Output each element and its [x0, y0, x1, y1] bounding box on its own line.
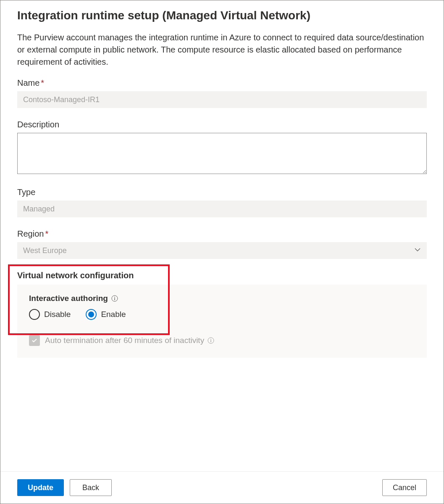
region-value: West Europe	[23, 246, 67, 255]
vnet-panel: Interactive authoring Disable Enable	[17, 285, 427, 358]
auto-termination-text: Auto termination after 60 minutes of ina…	[45, 336, 204, 345]
region-label-text: Region	[17, 229, 44, 238]
interactive-authoring-radios: Disable Enable	[29, 309, 415, 320]
name-label: Name*	[17, 78, 427, 88]
required-asterisk: *	[41, 78, 44, 87]
region-select[interactable]: West Europe	[17, 242, 427, 259]
radio-dot-icon	[88, 311, 94, 317]
vnet-section: Virtual network configuration Interactiv…	[17, 271, 427, 358]
cancel-button[interactable]: Cancel	[382, 479, 427, 496]
description-textarea[interactable]	[17, 133, 427, 174]
checkbox-checked-disabled-icon	[29, 335, 40, 346]
required-asterisk: *	[45, 229, 48, 238]
radio-circle-selected-icon	[86, 309, 97, 320]
info-icon[interactable]	[208, 337, 214, 344]
interactive-authoring-label: Interactive authoring	[29, 294, 108, 303]
radio-circle-icon	[29, 309, 40, 320]
svg-rect-5	[210, 340, 211, 342]
type-input	[17, 201, 427, 217]
back-button[interactable]: Back	[70, 479, 112, 496]
radio-disable[interactable]: Disable	[29, 309, 71, 320]
name-label-text: Name	[17, 78, 39, 87]
svg-point-4	[210, 339, 211, 340]
description-label: Description	[17, 120, 427, 129]
update-button[interactable]: Update	[17, 479, 64, 496]
radio-enable[interactable]: Enable	[86, 309, 126, 320]
footer: Update Back Cancel	[0, 471, 444, 504]
radio-enable-label: Enable	[101, 310, 126, 319]
info-icon[interactable]	[111, 295, 118, 302]
intro-text: The Purview account manages the integrat…	[17, 32, 427, 68]
region-field-group: Region* West Europe	[17, 229, 427, 259]
type-label: Type	[17, 187, 427, 197]
svg-point-1	[114, 297, 115, 298]
region-label: Region*	[17, 229, 427, 239]
type-field-group: Type	[17, 187, 427, 217]
auto-termination-row: Auto termination after 60 minutes of ina…	[29, 335, 415, 346]
interactive-authoring-title: Interactive authoring	[29, 294, 415, 303]
name-field-group: Name*	[17, 78, 427, 108]
vnet-section-title: Virtual network configuration	[17, 271, 427, 280]
chevron-down-icon	[414, 246, 421, 255]
description-field-group: Description	[17, 120, 427, 176]
auto-termination-label: Auto termination after 60 minutes of ina…	[45, 336, 214, 345]
name-input[interactable]	[17, 91, 427, 108]
page-title: Integration runtime setup (Managed Virtu…	[17, 9, 427, 22]
svg-rect-2	[114, 298, 115, 300]
radio-disable-label: Disable	[44, 310, 71, 319]
